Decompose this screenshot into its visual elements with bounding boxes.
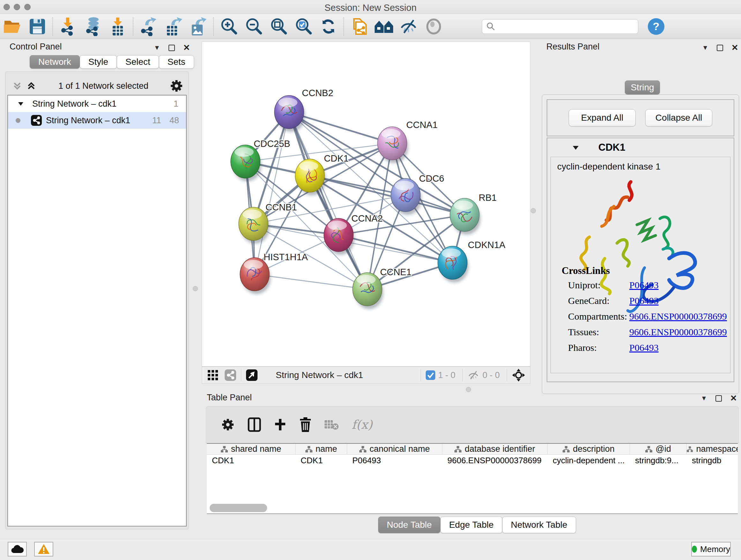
column-header-name[interactable]: name [295,444,347,454]
zoom-selected-icon[interactable] [291,16,316,37]
network-edge[interactable] [289,112,367,289]
tab-style[interactable]: Style [80,55,117,69]
import-database-icon[interactable] [80,16,105,37]
export-image-icon[interactable] [186,16,211,37]
crosslink-genecard[interactable]: P06493 [629,295,659,306]
network-node-CCNA2[interactable] [324,219,354,255]
collapse-all-icon[interactable] [12,80,23,91]
network-edge[interactable] [255,112,289,274]
home-icon[interactable] [372,16,396,37]
expand-all-icon[interactable] [26,80,37,91]
table-options-gear-icon[interactable] [221,418,235,432]
column-header--id[interactable]: @id [630,444,687,454]
hidden-eye-icon[interactable] [467,370,480,380]
grid-view-icon[interactable] [207,369,219,381]
close-panel-icon[interactable]: ✕ [730,393,737,403]
network-node-HIST1H1A[interactable] [240,258,271,294]
float-panel-icon[interactable] [717,45,723,51]
network-node-CDK1[interactable] [295,159,326,195]
tab-sets[interactable]: Sets [159,55,194,69]
export-table-icon[interactable] [161,16,186,37]
crosslink-pharos[interactable]: P06493 [629,342,659,353]
table-cell[interactable]: CDK1 [295,455,347,466]
network-node-CDC25B[interactable] [231,145,261,181]
tab-string[interactable]: String [625,80,660,95]
birdseye-view-icon[interactable] [246,369,258,381]
hide-selected-eye-icon[interactable] [396,16,421,37]
tab-edge-table[interactable]: Edge Table [441,516,502,533]
warnings-button[interactable] [34,542,53,557]
network-node-CCNA1[interactable] [378,127,408,163]
close-panel-icon[interactable]: ✕ [731,43,738,53]
show-columns-icon[interactable] [248,417,261,432]
share-view-icon[interactable] [224,369,237,381]
network-node-CDC6[interactable] [391,179,421,215]
collapse-all-button[interactable]: Collapse All [645,109,712,126]
float-panel-icon[interactable] [716,395,722,401]
network-collection-row[interactable]: String Network – cdk1 1 [8,96,186,112]
tab-select[interactable]: Select [117,55,159,69]
left-splitter-handle[interactable] [193,286,198,291]
network-edge[interactable] [255,274,367,289]
node-entry-body: cyclin-dependent kinase 1 CrossLinks Uni… [550,157,731,373]
network-options-gear-icon[interactable] [170,79,183,92]
collapse-panel-icon[interactable]: ▼ [702,44,709,51]
delete-table-icon[interactable] [324,419,339,430]
add-column-icon[interactable] [274,418,286,431]
collapse-panel-icon[interactable]: ▼ [701,395,707,402]
network-node-RB1[interactable] [450,198,481,235]
search-input[interactable] [482,19,638,34]
table-cell[interactable]: cyclin-dependent ... [548,455,630,466]
tree-expand-icon[interactable] [17,101,24,106]
import-table-icon[interactable] [105,16,130,37]
fit-content-crosshair-icon[interactable] [512,368,526,382]
table-cell[interactable]: stringdb [687,455,738,466]
node-entry-header[interactable]: CDK1 [547,138,734,157]
bottom-splitter-handle[interactable] [466,387,471,392]
tab-network[interactable]: Network [30,55,80,69]
delete-column-icon[interactable] [299,417,312,432]
table-cell[interactable]: CDK1 [207,455,295,466]
export-network-icon[interactable] [136,16,161,37]
memory-button[interactable]: Memory [691,542,731,557]
table-cell[interactable]: stringdb:9... [630,455,687,466]
table-row[interactable]: CDK1CDK1P064939606.ENSP00000378699cyclin… [207,455,738,466]
column-header-shared-name[interactable]: shared name [207,444,295,454]
right-splitter-handle[interactable] [531,208,536,213]
node-label-CCNE1: CCNE1 [380,267,411,277]
network-canvas[interactable]: CCNB2CCNA1CDC25BCDK1CDC6RB1CCNB1CCNA2CDK… [202,42,530,367]
column-header-description[interactable]: description [548,444,630,454]
crosslink-uniprot[interactable]: P06493 [629,280,659,291]
crosslink-compartments[interactable]: 9606.ENSP00000378699 [629,311,727,322]
network-node-CCNB2[interactable] [274,96,305,132]
network-node-CDKN1A[interactable] [438,246,468,283]
tab-node-table[interactable]: Node Table [378,516,441,533]
column-header-namespace[interactable]: namespace [687,444,738,454]
cloud-status-button[interactable] [8,542,27,557]
column-header-canonical-name[interactable]: canonical name [347,444,442,454]
zoom-in-icon[interactable] [216,16,241,37]
collapse-entry-icon[interactable] [572,145,579,150]
expand-all-button[interactable]: Expand All [569,109,636,126]
zoom-out-icon[interactable] [241,16,266,37]
network-node-CCNE1[interactable] [353,273,383,309]
import-network-icon[interactable] [56,16,80,37]
network-row-selected[interactable]: String Network – cdk1 11 48 [8,112,186,129]
table-cell[interactable]: 9606.ENSP00000378699 [442,455,548,466]
crosslink-tissues[interactable]: 9606.ENSP00000378699 [629,327,727,337]
column-header-database-identifier[interactable]: database identifier [442,444,548,454]
table-horizontal-scrollbar[interactable] [210,504,267,512]
tab-network-table[interactable]: Network Table [502,516,576,533]
table-cell[interactable]: P06493 [347,455,442,466]
string-import-icon[interactable] [347,16,372,37]
show-all-eye-icon[interactable] [421,16,446,37]
float-panel-icon[interactable] [169,45,175,51]
close-panel-icon[interactable]: ✕ [183,43,190,53]
help-button[interactable]: ? [648,18,664,35]
collapse-panel-icon[interactable]: ▼ [154,44,160,51]
open-session-icon[interactable] [0,16,25,37]
selected-checkbox-icon[interactable] [425,370,435,380]
save-session-icon[interactable] [25,16,50,37]
zoom-fit-icon[interactable] [266,16,291,37]
refresh-icon[interactable] [316,16,341,37]
